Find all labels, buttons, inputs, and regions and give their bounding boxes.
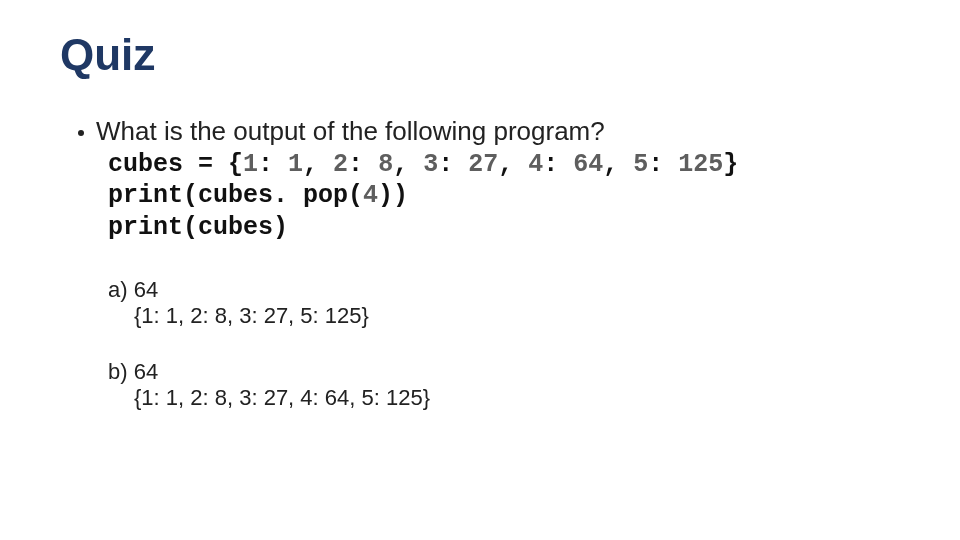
answers: a) 64 {1: 1, 2: 8, 3: 27, 5: 125} b) 64 … — [108, 277, 900, 411]
code-block: cubes = {1: 1, 2: 8, 3: 27, 4: 64, 5: 12… — [108, 149, 900, 243]
answer-a-label: a) 64 — [108, 277, 900, 303]
code-number: 1 — [243, 150, 258, 179]
code-number: 2 — [333, 150, 348, 179]
code-token: cubes = { — [108, 150, 243, 179]
answer-a: a) 64 {1: 1, 2: 8, 3: 27, 5: 125} — [108, 277, 900, 329]
code-line-3: print(cubes) — [108, 212, 900, 243]
answer-b-output: {1: 1, 2: 8, 3: 27, 4: 64, 5: 125} — [134, 385, 900, 411]
code-number: 8 — [378, 150, 393, 179]
question-bullet: What is the output of the following prog… — [78, 116, 900, 147]
code-number: 64 — [573, 150, 603, 179]
code-number: 1 — [288, 150, 303, 179]
code-token: : — [438, 150, 468, 179]
code-token: } — [723, 150, 738, 179]
code-token: : — [258, 150, 288, 179]
code-token: : — [648, 150, 678, 179]
code-number: 3 — [423, 150, 438, 179]
question-text: What is the output of the following prog… — [96, 116, 605, 147]
code-number: 4 — [363, 181, 378, 210]
code-token: : — [543, 150, 573, 179]
code-token: , — [393, 150, 423, 179]
slide-title: Quiz — [60, 30, 900, 80]
code-token: , — [498, 150, 528, 179]
code-token: , — [303, 150, 333, 179]
bullet-icon — [78, 130, 84, 136]
answer-a-output: {1: 1, 2: 8, 3: 27, 5: 125} — [134, 303, 900, 329]
code-number: 5 — [633, 150, 648, 179]
slide: Quiz What is the output of the following… — [0, 0, 960, 540]
code-line-1: cubes = {1: 1, 2: 8, 3: 27, 4: 64, 5: 12… — [108, 149, 900, 180]
answer-b: b) 64 {1: 1, 2: 8, 3: 27, 4: 64, 5: 125} — [108, 359, 900, 411]
code-number: 4 — [528, 150, 543, 179]
code-token: , — [603, 150, 633, 179]
code-number: 125 — [678, 150, 723, 179]
code-token: : — [348, 150, 378, 179]
answer-b-label: b) 64 — [108, 359, 900, 385]
code-line-2: print(cubes. pop(4)) — [108, 180, 900, 211]
code-number: 27 — [468, 150, 498, 179]
code-token: print(cubes. pop( — [108, 181, 363, 210]
code-token: )) — [378, 181, 408, 210]
